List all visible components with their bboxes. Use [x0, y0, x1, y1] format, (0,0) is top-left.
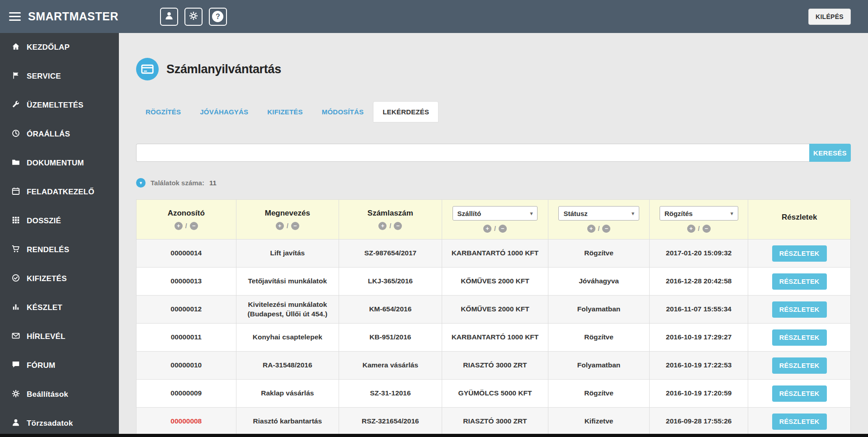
details-button[interactable]: RÉSZLETEK [772, 329, 827, 346]
collapse-arrow-icon[interactable]: ▼ [136, 178, 146, 188]
sort-asc-icon[interactable]: + [276, 222, 284, 230]
cell-name: Kivitelezési munkálatok (Budapest, Üllői… [236, 296, 339, 324]
details-button[interactable]: RÉSZLETEK [772, 357, 827, 374]
table-row: 00000008 Riasztó karbantartás RSZ-321654… [137, 408, 851, 436]
tab-jovahagyas[interactable]: JÓVÁHAGYÁS [190, 101, 258, 122]
sort-asc-icon[interactable]: + [687, 225, 695, 233]
supplier-filter-select[interactable]: Szállító ▾ [453, 206, 538, 221]
sort-controls: + / − [553, 225, 645, 233]
table-row: 00000011 Konyhai csaptelepek KB-951/2016… [137, 324, 851, 352]
cell-status: Kifizetve [548, 408, 650, 436]
results-summary: ▼ Találatok száma: 11 [136, 178, 851, 188]
grid-icon [12, 216, 20, 226]
details-button[interactable]: RÉSZLETEK [772, 245, 827, 262]
cell-supplier: KARBANTARTÓ 1000 KFT [442, 324, 548, 352]
question-icon: ? [212, 11, 223, 22]
sort-asc-icon[interactable]: + [587, 225, 595, 233]
logout-button[interactable]: KILÉPÉS [808, 9, 851, 25]
sort-desc-icon[interactable]: − [499, 225, 507, 233]
details-button[interactable]: RÉSZLETEK [772, 273, 827, 290]
tab-rogzites[interactable]: RÖGZÍTÉS [136, 101, 190, 122]
sidebar-item-kezdolap[interactable]: KEZDŐLAP [0, 33, 119, 62]
sidebar-item-feladatkezelo[interactable]: FELADATKEZELŐ [0, 178, 119, 207]
sort-desc-icon[interactable]: − [703, 225, 711, 233]
table-row: 00000009 Raklap vásárlás SZ-31-12016 GYÜ… [137, 380, 851, 408]
invoices-table: Azonosító + / − Megnevezés + / − [136, 199, 851, 436]
column-header-name: Megnevezés + / − [236, 200, 339, 240]
settings-button[interactable] [184, 8, 203, 26]
cell-details: RÉSZLETEK [748, 324, 851, 352]
cell-id: 00000013 [137, 268, 236, 296]
tab-lekerdezes[interactable]: LEKÉRDEZÉS [373, 101, 439, 122]
cell-recorded: 2016-10-19 17:22:53 [649, 352, 748, 380]
topbar-icon-group: ? [160, 8, 227, 26]
results-count: 11 [209, 179, 217, 187]
sort-desc-icon[interactable]: − [394, 222, 402, 230]
sort-controls: + / − [141, 222, 231, 230]
home-icon [12, 42, 20, 53]
recorded-filter-select[interactable]: Rögzítés ▾ [660, 206, 738, 221]
page-title: Számlanyilvántartás [166, 62, 281, 76]
tab-kifizetes[interactable]: KIFIZETÉS [258, 101, 312, 122]
search-button[interactable]: KERESÉS [809, 144, 851, 162]
sidebar-item-uzemeltetes[interactable]: ÜZEMELTETÉS [0, 91, 119, 120]
cell-name: Konyhai csaptelepek [236, 324, 339, 352]
table-row: 00000014 Lift javítás SZ-987654/2017 KAR… [137, 240, 851, 268]
sort-desc-icon[interactable]: − [602, 225, 610, 233]
cell-name: Raklap vásárlás [236, 380, 339, 408]
hamburger-menu-icon[interactable] [9, 10, 21, 23]
sidebar-item-service[interactable]: SERVICE [0, 62, 119, 91]
sidebar-item-torzsadatok[interactable]: Törzsadatok [0, 409, 119, 437]
cell-id: 00000011 [137, 324, 236, 352]
calendar-icon [12, 187, 20, 197]
table-row: 00000013 Tetőjavítási munkálatok LKJ-365… [137, 268, 851, 296]
details-button[interactable]: RÉSZLETEK [772, 385, 827, 402]
sidebar-item-rendeles[interactable]: RENDELÉS [0, 235, 119, 264]
sidebar-item-dokumentum[interactable]: DOKUMENTUM [0, 149, 119, 178]
bottom-edge [0, 434, 868, 437]
sidebar-item-keszlet[interactable]: KÉSZLET [0, 293, 119, 322]
details-button[interactable]: RÉSZLETEK [772, 414, 827, 430]
sidebar-item-oraallas[interactable]: ÓRAÁLLÁS [0, 120, 119, 149]
caret-down-icon: ▾ [530, 211, 533, 216]
cell-recorded: 2016-09-28 17:55:26 [649, 408, 748, 436]
sort-controls: + / − [241, 222, 335, 230]
cell-invoice: Kamera vásárlás [339, 352, 442, 380]
cell-name: Lift javítás [236, 240, 339, 268]
cell-details: RÉSZLETEK [748, 352, 851, 380]
sort-desc-icon[interactable]: − [291, 222, 299, 230]
gear-icon [189, 11, 198, 22]
cell-id: 00000010 [137, 352, 236, 380]
sidebar-item-hirlevel[interactable]: HÍRLEVÉL [0, 322, 119, 351]
cell-recorded: 2017-01-20 15:09:32 [649, 240, 748, 268]
cell-details: RÉSZLETEK [748, 408, 851, 436]
cell-name: Riasztó karbantartás [236, 408, 339, 436]
cell-status: Jóváhagyva [548, 268, 650, 296]
status-filter-select[interactable]: Státusz ▾ [558, 206, 639, 221]
sort-desc-icon[interactable]: − [190, 222, 198, 230]
cell-recorded: 2016-10-19 17:29:27 [649, 324, 748, 352]
sidebar-item-beallitasok[interactable]: Beállítások [0, 380, 119, 409]
tab-modositas[interactable]: MÓDOSÍTÁS [312, 101, 373, 122]
help-button[interactable]: ? [209, 8, 227, 26]
sidebar-item-forum[interactable]: FÓRUM [0, 351, 119, 380]
search-bar: KERESÉS [136, 144, 851, 162]
cell-invoice: KM-654/2016 [339, 296, 442, 324]
cell-invoice: SZ-987654/2017 [339, 240, 442, 268]
search-input[interactable] [136, 144, 809, 162]
sidebar-item-kifizetes[interactable]: KIFIZETÉS [0, 264, 119, 293]
cell-status: Folyamatban [548, 352, 650, 380]
cell-recorded: 2016-10-19 17:20:59 [649, 380, 748, 408]
sort-asc-icon[interactable]: + [175, 222, 183, 230]
sort-asc-icon[interactable]: + [378, 222, 387, 230]
column-header-invoice: Számlaszám + / − [339, 200, 442, 240]
cell-status: Rögzítve [548, 380, 650, 408]
profile-button[interactable] [160, 8, 178, 26]
details-button[interactable]: RÉSZLETEK [772, 301, 827, 318]
column-header-recorded: Rögzítés ▾ + / − [649, 200, 748, 240]
folder-icon [12, 158, 20, 169]
cell-supplier: GYÜMÖLCS 5000 KFT [442, 380, 548, 408]
sidebar-item-dosszie[interactable]: DOSSZIÉ [0, 207, 119, 235]
sort-asc-icon[interactable]: + [483, 225, 491, 233]
table-header-row: Azonosító + / − Megnevezés + / − [137, 200, 851, 240]
